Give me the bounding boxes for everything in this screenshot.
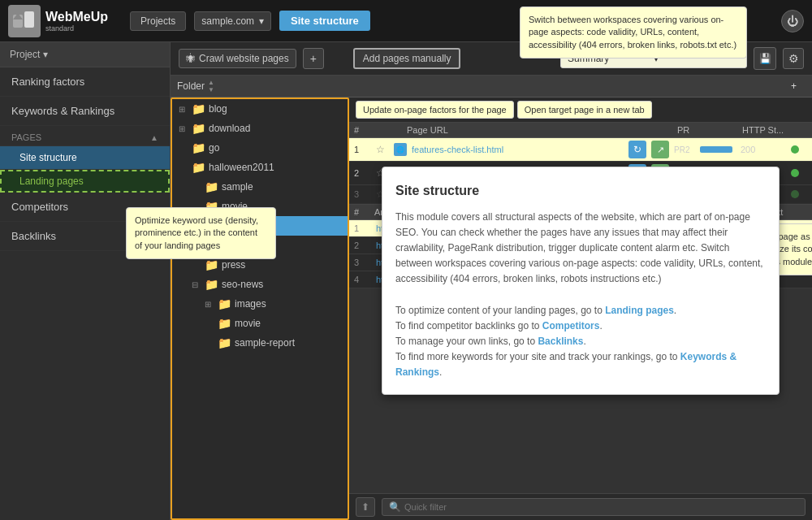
folder-icon: 📁	[192, 102, 205, 115]
folder-sample-report[interactable]: 📁 sample-report	[198, 333, 348, 353]
chevron-down-icon: ▾	[259, 15, 264, 27]
filter-bar: ⬆ 🔍	[349, 493, 812, 520]
sidebar-item-ranking-factors-label: Ranking factors	[11, 76, 84, 88]
folder-label: blog	[209, 103, 227, 115]
folder-download[interactable]: ⊞ 📁 download	[172, 119, 348, 138]
pages-arrow-icon: ▲	[150, 133, 158, 142]
folder-icon: 📁	[192, 122, 205, 135]
sort-down-icon: ▼	[208, 86, 214, 93]
folder-label: images	[235, 298, 266, 310]
sidebar-item-keywords-rankings[interactable]: Keywords & Rankings	[0, 97, 170, 126]
folder-seo-news[interactable]: ⊟ 📁 seo-news	[185, 275, 348, 294]
table-header: Folder ▲ ▼ +	[171, 76, 812, 98]
modal-title: Site structure	[395, 180, 766, 202]
folder-icon: 📁	[218, 317, 231, 330]
folder-sample[interactable]: 📁 sample	[185, 177, 348, 197]
sidebar-project-label: Project ▾	[10, 49, 48, 60]
main-layout: Project ▾ Ranking factors Keywords & Ran…	[0, 42, 812, 520]
modal-landing-link[interactable]: Landing pages	[605, 305, 674, 316]
folder-label: halloween2011	[209, 162, 274, 173]
folder-blog[interactable]: ⊞ 📁 blog	[172, 99, 348, 119]
folder-label: seo-news	[222, 279, 263, 290]
svg-rect-1	[24, 11, 34, 28]
status-dot	[791, 190, 799, 198]
folder-icon: 📁	[192, 141, 205, 154]
sidebar: Project ▾ Ranking factors Keywords & Ran…	[0, 42, 171, 520]
folder-images[interactable]: ⊞ 📁 images	[198, 294, 348, 314]
add-pages-button[interactable]: Add pages manually	[353, 48, 461, 69]
folder-halloween2011[interactable]: 📁 halloween2011	[172, 158, 348, 177]
expand-icon: ⊞	[179, 105, 188, 114]
modal-body: This module covers all structural aspect…	[395, 210, 766, 381]
landing-pages-tooltip: Optimize keyword use (density, prominenc…	[126, 207, 276, 259]
refresh-button[interactable]: ↻	[628, 141, 646, 158]
pages-sub-items: Site structure Landing pages	[0, 146, 170, 193]
modal-keywords-link[interactable]: Keywords & Rankings	[395, 351, 736, 378]
site-structure-modal: Site structure This module covers all st…	[382, 167, 780, 395]
pr-bar-fill	[700, 146, 732, 153]
modal-backlinks-link[interactable]: Backlinks	[538, 336, 583, 347]
add-folder-btn[interactable]: +	[791, 80, 806, 92]
sidebar-item-backlinks-label: Backlinks	[11, 230, 56, 242]
workspace-tooltip: Switch between workspaces covering vario…	[520, 6, 747, 58]
logo-sub: standard	[45, 24, 108, 32]
sidebar-item-site-structure-label: Site structure	[19, 152, 77, 163]
sidebar-item-landing-pages[interactable]: Landing pages	[0, 170, 170, 193]
expand-icon: ⊞	[205, 300, 214, 309]
logo: WebMeUp standard	[8, 5, 122, 37]
site-structure-button[interactable]: Site structure	[279, 11, 370, 31]
star-icon[interactable]: ☆	[376, 144, 385, 155]
folder-icon: 📁	[218, 297, 231, 310]
sidebar-item-site-structure[interactable]: Site structure	[0, 146, 170, 170]
col-http-header: HTTP St...	[742, 125, 791, 135]
quick-filter[interactable]: 🔍	[382, 498, 806, 516]
col-num-header: #	[354, 125, 374, 135]
domain-label: sample.com	[201, 15, 254, 27]
pr-bar: PR2	[674, 145, 739, 154]
page-action-tooltips: Update on-page factors for the page Open…	[349, 98, 812, 123]
sort-icons[interactable]: ▲ ▼	[208, 79, 214, 93]
folder-icon: 📁	[218, 336, 231, 349]
logo-text: WebMeUp	[45, 10, 108, 24]
folder-icon: 📁	[205, 258, 218, 271]
add-pages-label: Add pages manually	[363, 53, 451, 64]
domain-selector[interactable]: sample.com ▾	[194, 11, 271, 31]
open-button[interactable]: ↗	[651, 141, 669, 158]
sidebar-item-ranking-factors[interactable]: Ranking factors	[0, 67, 170, 97]
crawl-button-label: Crawl website pages	[199, 53, 289, 64]
power-button[interactable]: ⏻	[781, 10, 804, 32]
nav-back-button[interactable]: ⬆	[356, 497, 375, 517]
expand-icon: ⊟	[192, 280, 201, 289]
sidebar-item-competitors-label: Competitors	[11, 201, 68, 213]
folder-go[interactable]: 📁 go	[172, 138, 348, 158]
sidebar-pages-section[interactable]: Pages ▲	[0, 126, 170, 146]
folder-label: press	[222, 259, 245, 271]
page-link[interactable]: features-check-list.html	[412, 145, 503, 154]
folder-label: movie	[235, 318, 261, 329]
status-dot	[791, 169, 799, 177]
folder-movie2[interactable]: 📁 movie	[198, 314, 348, 333]
crawl-button[interactable]: 🕷 Crawl website pages	[179, 49, 296, 68]
update-factors-button[interactable]: Update on-page factors for the page	[356, 101, 514, 119]
folder-column-label: Folder	[177, 80, 205, 92]
quick-filter-input[interactable]	[404, 502, 798, 512]
logo-icon	[8, 5, 41, 37]
save-button[interactable]: 💾	[754, 47, 776, 70]
sidebar-pages-label: Pages	[11, 132, 41, 142]
sidebar-project: Project ▾	[0, 42, 170, 67]
folder-icon: 📁	[205, 180, 218, 193]
page-row-1[interactable]: 1 ☆ 🌐 features-check-list.html ↻ ↗	[349, 138, 812, 162]
sort-up-icon: ▲	[208, 79, 214, 86]
sidebar-item-keywords-rankings-label: Keywords & Rankings	[11, 105, 114, 117]
search-icon: 🔍	[389, 501, 401, 513]
add-icon-button[interactable]: +	[303, 48, 324, 69]
settings-button[interactable]: ⚙	[783, 48, 804, 69]
spider-icon: 🕷	[186, 53, 196, 64]
folder-icon: 📁	[205, 278, 218, 291]
modal-competitors-link[interactable]: Competitors	[542, 320, 600, 332]
folder-icon: 📁	[192, 161, 205, 174]
folder-label: sample	[222, 181, 253, 193]
projects-button[interactable]: Projects	[130, 11, 186, 31]
open-target-button[interactable]: Open target page in a new tab	[517, 101, 652, 119]
sidebar-item-landing-pages-label: Landing pages	[19, 176, 84, 187]
